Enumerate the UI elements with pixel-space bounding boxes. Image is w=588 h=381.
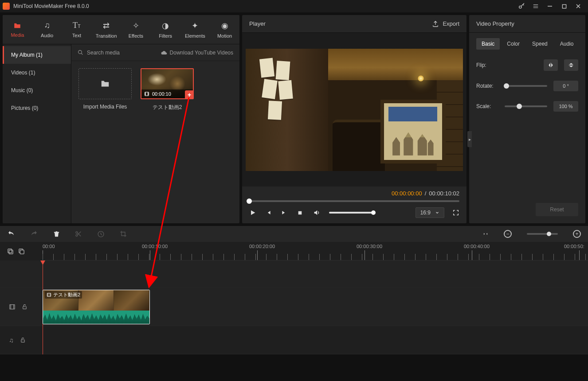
clip-name: テスト動画2: [153, 104, 182, 111]
clip-label-text: テスト動画2: [53, 292, 80, 298]
undo-button[interactable]: [7, 230, 15, 237]
rotate-slider[interactable]: [505, 85, 547, 87]
music-icon: ♫: [44, 21, 50, 30]
reset-button[interactable]: Reset: [536, 203, 578, 216]
prop-tab-audio[interactable]: Audio: [555, 38, 579, 50]
prev-frame-button[interactable]: [265, 210, 273, 216]
text-icon: TT: [73, 21, 81, 30]
clip-duration: 00:00:10: [152, 91, 171, 97]
overlay-track[interactable]: [0, 260, 588, 288]
add-to-timeline-button[interactable]: +: [185, 90, 194, 99]
tab-transition[interactable]: ⇄ Transition: [91, 15, 121, 44]
svg-rect-14: [47, 293, 51, 296]
sidebar-item-label: Videos (1): [11, 70, 35, 76]
scale-slider[interactable]: [505, 105, 547, 107]
timeline-fit-button[interactable]: [482, 230, 489, 237]
audio-track-icon: ♫: [9, 337, 14, 344]
sidebar-item-my-album[interactable]: My Album (1): [3, 46, 71, 64]
flip-horizontal-button[interactable]: [544, 59, 558, 71]
lock-icon[interactable]: [20, 337, 26, 343]
motion-icon: ◉: [221, 21, 228, 31]
time-separator: /: [425, 190, 427, 197]
svg-rect-13: [23, 307, 27, 309]
tab-label: Text: [72, 33, 81, 38]
tab-motion[interactable]: ◉ Motion: [210, 15, 239, 44]
license-key-icon[interactable]: [514, 0, 529, 12]
download-youtube-link[interactable]: Download YouTube Videos: [161, 50, 233, 56]
split-button[interactable]: [75, 230, 82, 237]
prop-tab-basic[interactable]: Basic: [476, 38, 500, 50]
timeline-toolbar: − +: [0, 226, 588, 242]
media-clip-item[interactable]: 00:00:10 + テスト動画2: [141, 68, 194, 111]
tab-label: Filters: [159, 33, 172, 39]
timeline-clip[interactable]: テスト動画2: [43, 290, 150, 324]
svg-rect-12: [10, 305, 15, 309]
tab-effects[interactable]: ✧ Effects: [121, 15, 151, 44]
seek-slider[interactable]: [249, 200, 459, 202]
tab-label: Transition: [96, 33, 117, 39]
zoom-out-button[interactable]: −: [504, 230, 512, 238]
remove-track-button[interactable]: [18, 248, 25, 255]
close-button[interactable]: [571, 0, 585, 12]
maximize-button[interactable]: [557, 0, 571, 12]
tab-label: Effects: [129, 33, 143, 39]
play-button[interactable]: [249, 209, 257, 216]
volume-slider[interactable]: [329, 212, 373, 214]
import-media-button[interactable]: Import Media Files: [78, 68, 132, 111]
video-preview: [246, 49, 463, 171]
video-track-icon: [9, 303, 16, 310]
volume-button[interactable]: [313, 209, 321, 216]
svg-rect-3: [145, 92, 149, 96]
svg-rect-15: [21, 340, 24, 342]
svg-rect-1: [562, 4, 566, 8]
crop-button[interactable]: [120, 230, 127, 237]
flip-vertical-button[interactable]: [564, 59, 578, 71]
minimize-button[interactable]: [543, 0, 557, 12]
zoom-slider[interactable]: [527, 233, 558, 235]
aspect-ratio-select[interactable]: 16:9: [416, 207, 444, 218]
rotate-label: Rotate:: [476, 83, 498, 89]
redo-button[interactable]: [30, 230, 38, 237]
prop-tab-speed[interactable]: Speed: [527, 38, 553, 50]
add-track-button[interactable]: [7, 248, 14, 255]
export-button[interactable]: Export: [432, 20, 459, 27]
search-icon: [78, 50, 83, 55]
sidebar-item-label: Pictures (0): [11, 105, 38, 111]
speed-button[interactable]: [97, 230, 105, 238]
rotate-value[interactable]: 0 °: [553, 81, 578, 91]
video-track[interactable]: テスト動画2: [0, 288, 588, 326]
preview-area[interactable]: [242, 33, 466, 187]
elements-icon: ✦: [192, 21, 198, 31]
fullscreen-button[interactable]: [452, 209, 459, 216]
lock-icon[interactable]: [22, 303, 27, 310]
search-input[interactable]: Search media: [78, 50, 157, 56]
tab-filters[interactable]: ◑ Filters: [151, 15, 180, 44]
ruler-label: 00:00: [43, 244, 55, 249]
property-title: Video Property: [476, 20, 514, 27]
svg-point-2: [78, 51, 82, 54]
delete-button[interactable]: [53, 230, 60, 238]
audio-track[interactable]: ♫: [0, 326, 588, 354]
sidebar-item-pictures[interactable]: Pictures (0): [3, 99, 71, 117]
zoom-in-button[interactable]: +: [573, 230, 581, 238]
property-panel: Video Property Basic Color Speed Audio F…: [469, 15, 585, 223]
ruler-label: 00:00:20:00: [249, 244, 275, 249]
tab-text[interactable]: TT Text: [62, 15, 92, 44]
tab-elements[interactable]: ✦ Elements: [180, 15, 210, 44]
prop-tab-color[interactable]: Color: [502, 38, 525, 50]
app-title: MiniTool MovieMaker Free 8.0.0: [13, 3, 89, 9]
next-frame-button[interactable]: [281, 210, 289, 216]
scale-value[interactable]: 100 %: [553, 101, 578, 112]
menu-icon[interactable]: [529, 0, 543, 12]
sidebar-item-music[interactable]: Music (0): [3, 82, 71, 99]
tab-media[interactable]: Media: [3, 15, 32, 44]
scale-label: Scale:: [476, 103, 498, 109]
player-panel: Player Export: [242, 15, 466, 223]
stop-button[interactable]: [297, 210, 305, 216]
collapse-property-panel[interactable]: ▸: [467, 131, 472, 147]
sidebar-item-label: Music (0): [11, 87, 33, 93]
sidebar-item-videos[interactable]: Videos (1): [3, 64, 71, 82]
tab-audio[interactable]: ♫ Audio: [32, 15, 62, 44]
time-ruler[interactable]: 00:00 00:00:10:00 00:00:20:00 00:00:30:0…: [43, 242, 588, 260]
svg-rect-9: [9, 250, 13, 254]
